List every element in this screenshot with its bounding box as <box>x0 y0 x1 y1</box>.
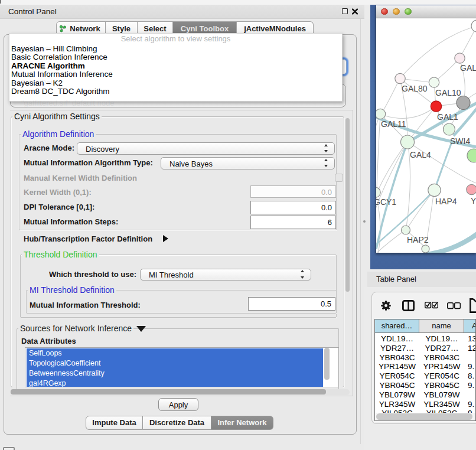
svg-text:GAL10: GAL10 <box>435 88 461 97</box>
svg-text:GAL80: GAL80 <box>402 84 428 93</box>
svg-text:HAP4: HAP4 <box>435 197 457 206</box>
svg-text:GAL7: GAL7 <box>460 63 476 73</box>
svg-text:GCY1: GCY1 <box>376 197 396 207</box>
svg-text:Y: Y <box>471 196 476 206</box>
svg-text:SWI4: SWI4 <box>450 136 470 146</box>
svg-text:GAL4: GAL4 <box>410 150 431 159</box>
svg-text:GAL1: GAL1 <box>437 112 458 122</box>
svg-text:HAP2: HAP2 <box>407 235 429 244</box>
svg-text:GAL11: GAL11 <box>381 119 406 129</box>
